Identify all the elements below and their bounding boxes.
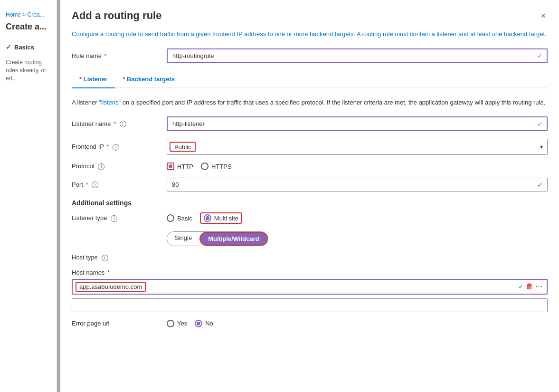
port-row: Port * i ✓ xyxy=(72,178,548,191)
additional-settings-heading: Additional settings xyxy=(72,199,548,207)
host-type-toggle-group: Single Multiple/Wildcard xyxy=(167,231,268,246)
close-button[interactable]: × xyxy=(539,10,548,22)
host-name-delete-button[interactable]: 🗑 xyxy=(526,283,533,290)
listener-type-label: Listener type i xyxy=(72,214,167,222)
main-content: Add a routing rule × Configure a routing… xyxy=(57,0,559,392)
rule-name-input-wrap: ✓ xyxy=(167,48,548,63)
listener-type-multisite-highlight: Multi site xyxy=(200,212,242,224)
port-input-wrap: ✓ xyxy=(167,178,548,191)
listener-type-multisite-label: Multi site xyxy=(214,215,238,222)
listener-name-row: Listener name * i ✓ xyxy=(72,116,548,131)
host-type-row: Single Multiple/Wildcard xyxy=(72,231,548,246)
sidebar: Home > Crea... Create a... ✓ Basics Crea… xyxy=(0,0,57,392)
modal-overlay: Add a routing rule × Configure a routing… xyxy=(57,0,559,392)
rule-name-input[interactable] xyxy=(167,48,548,63)
host-names-section: Host names * app.asabuIudemo.com ✓ xyxy=(72,269,548,312)
listener-type-row: Listener type i Basic xyxy=(72,212,548,224)
port-label: Port * i xyxy=(72,181,167,189)
error-page-yes-radio[interactable] xyxy=(167,320,174,327)
protocol-info-icon[interactable]: i xyxy=(98,163,104,170)
panel-description: Configure a routing rule to send traffic… xyxy=(72,29,548,39)
breadcrumb-separator: > xyxy=(22,11,27,18)
host-type-info-icon[interactable]: i xyxy=(102,255,108,261)
host-type-wildcard-option[interactable]: Multiple/Wildcard xyxy=(199,232,268,246)
required-star: * xyxy=(104,52,107,59)
protocol-http-label: HTTP xyxy=(177,163,193,170)
listener-type-radio-group: Basic Multi site xyxy=(167,212,242,224)
host-type-label: Host type i xyxy=(72,254,167,261)
error-page-yes-label: Yes xyxy=(177,320,187,327)
host-name-check-icon: ✓ xyxy=(518,283,524,290)
panel-header: Add a routing rule × xyxy=(60,0,559,29)
host-names-label: Host names * xyxy=(72,269,110,276)
panel: Add a routing rule × Configure a routing… xyxy=(60,0,559,392)
protocol-https-radio[interactable] xyxy=(201,163,208,170)
listener-type-basic-radio[interactable] xyxy=(167,214,174,222)
frontend-ip-dropdown-wrap: Public Public ▾ xyxy=(167,139,548,155)
rule-name-row: Rule name * ✓ xyxy=(72,48,548,63)
breadcrumb: Home > Crea... xyxy=(0,8,57,20)
host-name-second-input[interactable] xyxy=(72,299,547,312)
protocol-https-label: HTTPS xyxy=(211,163,232,170)
protocol-label: Protocol i xyxy=(72,163,167,170)
port-info-icon[interactable]: i xyxy=(92,182,98,188)
listener-type-multisite-option[interactable]: Multi site xyxy=(204,214,238,222)
sidebar-description: Create routing rules already, or ed... xyxy=(0,55,57,86)
breadcrumb-create[interactable]: Crea... xyxy=(28,11,45,18)
panel-body: Configure a routing rule to send traffic… xyxy=(60,29,559,346)
host-name-first-row: app.asabuIudemo.com ✓ 🗑 ⋯ xyxy=(72,279,548,295)
protocol-radio-group: HTTP HTTPS xyxy=(167,163,232,170)
listener-type-multisite-radio[interactable] xyxy=(204,214,211,222)
tab-backend-star: * xyxy=(123,76,125,83)
rule-name-check-icon: ✓ xyxy=(537,52,543,59)
host-name-second-row xyxy=(72,298,548,312)
rule-name-label: Rule name * xyxy=(72,52,167,59)
sidebar-basics-label: Basics xyxy=(14,44,34,51)
host-name-more-button[interactable]: ⋯ xyxy=(535,283,543,290)
frontend-ip-label: Frontend IP * i xyxy=(72,143,167,151)
protocol-http-option[interactable]: HTTP xyxy=(167,163,193,170)
error-page-no-option[interactable]: No xyxy=(195,320,213,327)
error-page-radio-group: Yes No xyxy=(167,320,213,327)
listener-name-input-wrap: ✓ xyxy=(167,116,548,131)
listener-name-info-icon[interactable]: i xyxy=(120,121,126,127)
tab-listener[interactable]: * Listener xyxy=(72,71,115,88)
protocol-row: Protocol i HTTP xyxy=(72,163,548,170)
listener-name-label: Listener name * i xyxy=(72,120,167,128)
protocol-http-radio[interactable] xyxy=(167,163,174,170)
host-names-label-row: Host names * xyxy=(72,269,548,276)
sidebar-item-basics[interactable]: ✓ Basics xyxy=(0,39,57,55)
listener-name-input[interactable] xyxy=(167,116,548,131)
port-input[interactable] xyxy=(167,178,548,191)
error-page-url-label: Error page url xyxy=(72,320,167,327)
listener-description: A listener "listens" on a specified port… xyxy=(72,98,548,107)
tab-backend-targets[interactable]: * Backend targets xyxy=(115,71,182,88)
host-name-actions: ✓ 🗑 ⋯ xyxy=(518,283,547,290)
tab-listener-star: * xyxy=(79,76,82,83)
listener-type-basic-option[interactable]: Basic xyxy=(167,214,192,222)
tabs-row: * Listener * Backend targets xyxy=(72,71,548,88)
breadcrumb-home[interactable]: Home xyxy=(6,11,21,18)
error-page-no-label: No xyxy=(205,320,213,327)
listener-name-check-icon: ✓ xyxy=(537,120,543,128)
error-page-no-radio[interactable] xyxy=(195,320,202,327)
host-type-label-row: Host type i xyxy=(72,254,548,261)
listener-type-info-icon[interactable]: i xyxy=(111,215,117,222)
frontend-ip-select[interactable]: Public xyxy=(167,139,548,155)
error-page-url-row: Error page url Yes No xyxy=(72,320,548,327)
frontend-ip-row: Frontend IP * i Public Public ▾ xyxy=(72,139,548,155)
frontend-ip-info-icon[interactable]: i xyxy=(113,144,119,151)
error-page-yes-option[interactable]: Yes xyxy=(167,320,187,327)
protocol-https-option[interactable]: HTTPS xyxy=(201,163,232,170)
panel-title: Add a routing rule xyxy=(72,10,161,22)
host-name-value-highlight: app.asabuIudemo.com xyxy=(76,282,146,292)
listener-type-basic-label: Basic xyxy=(177,215,192,222)
check-icon: ✓ xyxy=(6,43,11,51)
port-check-icon: ✓ xyxy=(537,181,543,189)
host-type-single-option[interactable]: Single xyxy=(167,232,199,246)
sidebar-title: Create a... xyxy=(0,20,57,39)
